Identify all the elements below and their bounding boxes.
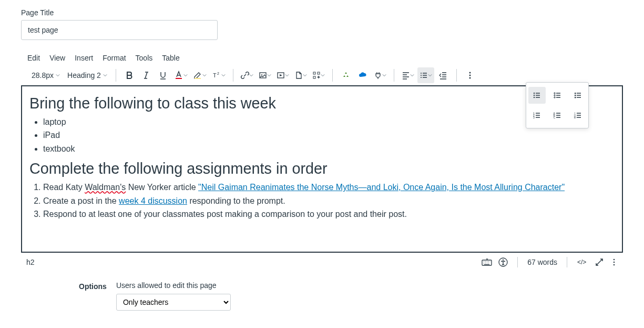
numbered-list-icon: 123 [533,111,541,120]
align-left-icon [402,71,410,79]
superscript-icon: T2 [212,71,221,80]
ordered-list: Read Katy Waldman's New Yorker article "… [29,182,615,220]
discussion-link[interactable]: week 4 discussion [119,196,187,205]
square-list-icon [574,91,582,100]
svg-point-38 [614,259,615,261]
list-option-disc[interactable] [528,87,546,104]
apps-icon [312,71,321,79]
list-option-decimal[interactable]: 123 [528,107,546,124]
separator [567,257,567,267]
font-size-value: 28.8px [32,71,54,79]
menu-insert[interactable]: Insert [75,54,93,62]
text: Read Katy [43,183,85,192]
media-icon [277,71,285,79]
menu-format[interactable]: Format [103,54,126,62]
bold-icon [125,71,134,79]
highlight-icon [193,71,202,80]
svg-rect-23 [575,95,576,96]
link-button[interactable] [239,67,255,83]
svg-rect-8 [318,72,320,74]
list-item: Read Katy Waldman's New Yorker article "… [43,182,615,193]
font-size-select[interactable]: 28.8px [28,67,63,83]
underline-button[interactable] [155,67,171,83]
recycle-icon [342,71,350,79]
list-dropdown: 123 ABC IIIIII [526,82,589,128]
separator [456,69,457,82]
more-vertical-icon[interactable] [610,257,618,267]
svg-point-18 [534,97,535,98]
word-count[interactable]: 67 words [527,258,557,266]
more-vertical-icon [466,71,474,79]
menu-table[interactable]: Table [162,54,179,62]
spellcheck-text: Waldman's [85,183,126,192]
highlight-button[interactable] [191,67,209,83]
kaltura-button[interactable] [338,67,354,83]
list-button[interactable] [417,67,434,83]
bullet-list-icon [420,71,428,79]
chevron-down-icon [321,73,325,77]
link-icon [241,71,249,79]
svg-rect-7 [313,72,315,74]
list-option-circle[interactable] [549,87,566,104]
cloud-icon [358,71,367,80]
svg-point-20 [554,95,555,96]
chevron-down-icon [303,73,307,77]
image-button[interactable] [257,67,273,83]
list-option-upper-alpha[interactable]: ABC [549,107,566,124]
apps-button[interactable] [310,67,327,83]
keyboard-icon[interactable] [482,257,492,267]
separator [116,69,116,82]
options-section: Options Users allowed to edit this page … [79,281,623,311]
accessibility-icon[interactable] [498,257,508,267]
chevron-down-icon [56,73,60,77]
text: New Yorker article [126,183,198,192]
heading-2: Complete the following assignments in or… [29,160,615,177]
menubar: Edit View Insert Format Tools Table [21,51,623,65]
document-button[interactable] [292,67,309,83]
edit-permissions-select[interactable]: Only teachers [116,294,231,311]
element-path[interactable]: h2 [26,258,35,266]
svg-point-13 [469,72,471,74]
menu-tools[interactable]: Tools [136,54,153,62]
list-option-upper-roman[interactable]: IIIIII [569,107,586,124]
options-label: Options [79,281,107,291]
fullscreen-icon[interactable] [595,257,604,267]
bold-button[interactable] [121,67,137,83]
svg-text:2: 2 [217,72,219,75]
plugin-button[interactable] [372,67,389,83]
chevron-down-icon [428,73,432,77]
media-button[interactable] [274,67,291,83]
svg-rect-1 [195,78,201,79]
italic-icon [142,71,150,79]
image-icon [259,71,267,79]
chevron-down-icon [285,73,289,77]
align-button[interactable] [400,67,416,83]
options-description: Users allowed to edit this page [116,281,231,290]
onedrive-button[interactable] [355,67,371,83]
text-color-button[interactable] [172,67,190,83]
menu-view[interactable]: View [49,54,65,62]
outdent-icon [439,71,447,79]
html-view-icon[interactable]: </> [577,257,588,267]
outdent-button[interactable] [435,67,451,83]
svg-text:T: T [213,72,217,78]
underline-icon [159,71,167,79]
article-link[interactable]: "Neil Gaiman Reanimates the Norse Myths—… [198,183,565,192]
list-option-square[interactable] [569,87,586,104]
chevron-down-icon [249,73,253,77]
block-format-select[interactable]: Heading 2 [64,67,110,83]
italic-button[interactable] [138,67,154,83]
more-button[interactable] [462,67,478,83]
alpha-list-icon: ABC [553,111,561,120]
chevron-down-icon [410,73,414,77]
svg-rect-22 [575,93,576,94]
superscript-button[interactable]: T2 [210,67,228,83]
svg-point-17 [534,95,535,96]
menu-edit[interactable]: Edit [27,54,40,62]
svg-point-21 [554,97,555,98]
page-title-input[interactable] [21,20,218,40]
svg-point-40 [614,264,615,266]
svg-text:C: C [553,116,555,119]
svg-text:3: 3 [533,116,535,119]
chevron-down-icon [183,73,188,77]
